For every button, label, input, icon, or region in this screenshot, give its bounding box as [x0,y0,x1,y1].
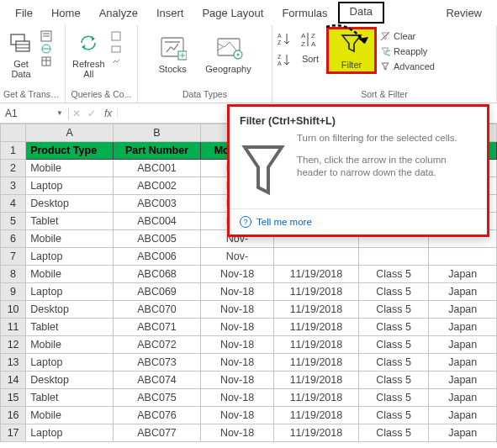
cell[interactable]: 11/19/2018 [274,354,359,372]
cell[interactable]: ABC001 [114,160,201,177]
tab-insert[interactable]: Insert [148,3,193,24]
cell[interactable]: ABC074 [114,372,201,389]
cell[interactable]: Japan [429,319,497,336]
select-all-corner[interactable] [1,124,26,142]
cell[interactable]: Class 5 [358,424,429,442]
row-header[interactable]: 12 [1,336,26,354]
cell[interactable]: Class 5 [358,319,429,336]
cell[interactable]: Nov-18 [200,424,273,442]
cell[interactable]: 11/19/2018 [274,389,359,407]
cell[interactable]: 11/19/2018 [274,372,359,389]
cell[interactable]: Mobile [26,407,114,424]
cell[interactable]: Class 5 [358,407,429,424]
tab-analyze[interactable]: Analyze [91,3,146,24]
cell[interactable]: Class 5 [358,336,429,354]
row-header[interactable]: 2 [1,160,26,177]
queries-icon[interactable] [110,30,122,42]
tab-review[interactable]: Review [437,3,490,24]
fx-button[interactable]: fx [99,108,118,119]
cell[interactable]: Class 5 [358,389,429,407]
cell[interactable]: Japan [429,389,497,407]
cell[interactable]: ABC075 [114,389,201,407]
cell[interactable]: ABC003 [114,195,201,213]
cell[interactable]: Class 5 [358,266,429,283]
row-header[interactable]: 17 [1,424,26,442]
cell[interactable]: Japan [429,301,497,319]
edit-links-icon[interactable] [110,55,122,67]
cell[interactable]: Nov-18 [200,266,273,283]
sort-az-icon[interactable]: AZ [276,30,294,49]
cell[interactable]: ABC076 [114,407,201,424]
cell[interactable]: Class 5 [358,354,429,372]
cell[interactable]: 11/19/2018 [274,424,359,442]
cell[interactable]: Japan [429,336,497,354]
cell[interactable]: Class 5 [358,372,429,389]
row-header[interactable]: 3 [1,177,26,195]
cell[interactable]: ABC069 [114,283,201,301]
cell[interactable]: Class 5 [358,283,429,301]
cell[interactable]: Class 5 [358,301,429,319]
cell[interactable]: ABC077 [114,424,201,442]
cell[interactable]: Nov-18 [200,372,273,389]
reapply-button[interactable]: Reapply [378,45,436,58]
cell[interactable]: Japan [429,266,497,283]
cell[interactable]: ABC006 [114,248,201,266]
advanced-button[interactable]: Advanced [378,60,436,73]
geography-button[interactable]: Geography [202,32,254,76]
row-header[interactable]: 14 [1,372,26,389]
cell[interactable]: ABC005 [114,230,201,248]
col-header[interactable]: B [114,124,201,142]
row-header[interactable]: 15 [1,389,26,407]
cell[interactable]: Laptop [26,177,114,195]
tab-formulas[interactable]: Formulas [273,3,336,24]
cell[interactable]: Nov-18 [200,354,273,372]
cell[interactable]: ABC002 [114,177,201,195]
cell[interactable]: Desktop [26,372,114,389]
cell[interactable]: Nov-18 [200,336,273,354]
cell[interactable]: Japan [429,372,497,389]
row-header[interactable]: 4 [1,195,26,213]
cell[interactable]: ABC004 [114,213,201,230]
cell[interactable]: Mobile [26,230,114,248]
cell[interactable]: Nov-18 [200,319,273,336]
sort-za-icon[interactable]: ZA [276,51,294,70]
tell-me-more-link[interactable]: ? Tell me more [230,208,487,235]
cell[interactable] [429,248,497,266]
row-header[interactable]: 8 [1,266,26,283]
cell[interactable]: Japan [429,424,497,442]
cell[interactable]: Mobile [26,160,114,177]
cell[interactable]: Nov-18 [200,301,273,319]
tab-file[interactable]: File [7,3,41,24]
cell[interactable]: Mobile [26,336,114,354]
cell[interactable]: Tablet [26,319,114,336]
refresh-all-button[interactable]: Refresh All [69,27,108,81]
row-header[interactable]: 6 [1,230,26,248]
cell[interactable]: Japan [429,407,497,424]
cell[interactable]: Desktop [26,195,114,213]
name-box[interactable]: A1 ▼ [0,108,69,119]
cell[interactable]: Nov-18 [200,389,273,407]
cell[interactable]: Nov-18 [200,283,273,301]
row-header[interactable]: 5 [1,213,26,230]
filter-button[interactable]: Filter [332,29,371,71]
tab-pagelayout[interactable]: Page Layout [193,3,272,24]
from-web-icon[interactable] [40,43,52,55]
cell[interactable]: 11/19/2018 [274,407,359,424]
cell[interactable]: Japan [429,283,497,301]
cell[interactable]: ABC071 [114,319,201,336]
cell[interactable]: 11/19/2018 [274,283,359,301]
row-header[interactable]: 1 [1,142,26,160]
cell[interactable]: ABC072 [114,336,201,354]
cell[interactable]: Laptop [26,354,114,372]
row-header[interactable]: 11 [1,319,26,336]
properties-icon[interactable] [110,43,122,55]
header-cell[interactable]: Part Number [114,142,201,160]
cell[interactable]: ABC073 [114,354,201,372]
cell[interactable]: 11/19/2018 [274,301,359,319]
cell[interactable]: Mobile [26,266,114,283]
cell[interactable]: Japan [429,354,497,372]
cell[interactable]: 11/19/2018 [274,266,359,283]
row-header[interactable]: 7 [1,248,26,266]
cell[interactable]: Tablet [26,389,114,407]
cell[interactable]: 11/19/2018 [274,319,359,336]
